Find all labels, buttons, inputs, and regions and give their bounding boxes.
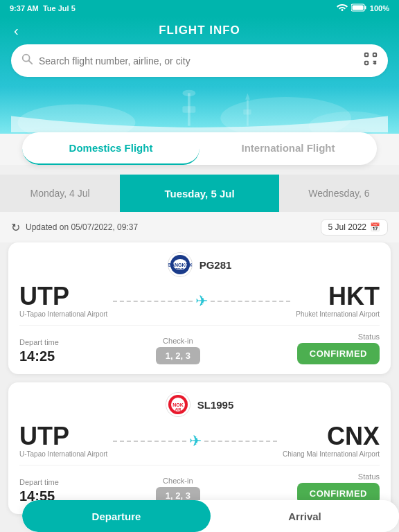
confirmed-button-0[interactable]: CONFIRMED	[297, 343, 380, 364]
page-title: FLIGHT INFO	[159, 24, 240, 37]
prev-date-button[interactable]: Monday, 4 Jul	[0, 175, 120, 212]
svg-text:BANGKOK: BANGKOK	[168, 263, 192, 267]
checkin-label-0: Check-in	[163, 337, 193, 345]
svg-rect-2	[352, 6, 363, 10]
status-bar: 9:37 AM Tue Jul 5 100%	[0, 0, 399, 17]
status-label-0: Status	[358, 332, 380, 341]
details-row-1: Depart time 14:55 Check-in 1, 2, 3 Statu…	[19, 465, 380, 504]
bottom-tab-bar: Departure Arrival	[22, 500, 399, 532]
origin-name-0: U-Tapao International Airport	[19, 310, 107, 318]
current-date-button[interactable]: Tuesday, 5 Jul	[120, 175, 279, 212]
flight-tabs: Domestics Flight International Flight	[22, 132, 377, 165]
svg-line-4	[28, 60, 32, 64]
status-time: 9:37 AM Tue Jul 5	[10, 4, 76, 12]
dest-name-0: Phuket International Airport	[296, 310, 380, 318]
update-bar: ↻ Updated on 05/07/2022, 09:37 5 Jul 202…	[0, 212, 399, 242]
flight-card-0[interactable]: BANGKOK AIRWAYS PG281 UTP U-Tapao Intern…	[8, 242, 391, 374]
airline-row-1: NOK AIR SL1995	[19, 392, 380, 417]
tab-international[interactable]: International Flight	[200, 132, 377, 165]
flight-number-0: PG281	[200, 259, 232, 271]
arrival-tab[interactable]: Arrival	[211, 500, 399, 532]
dest-code-0: HKT	[296, 284, 380, 309]
origin-name-1: U-Tapao International Airport	[19, 450, 107, 458]
svg-rect-16	[182, 106, 195, 112]
search-input[interactable]	[39, 55, 357, 66]
svg-rect-6	[373, 53, 377, 57]
route-line-0: ✈	[107, 292, 296, 310]
flights-list: BANGKOK AIRWAYS PG281 UTP U-Tapao Intern…	[0, 242, 399, 532]
plane-icon-0: ✈	[195, 292, 208, 310]
svg-point-15	[182, 90, 195, 96]
svg-rect-1	[364, 6, 366, 10]
svg-text:NOK: NOK	[172, 402, 184, 407]
calendar-icon: 📅	[370, 222, 380, 232]
airline-row-0: BANGKOK AIRWAYS PG281	[19, 252, 380, 277]
next-date-button[interactable]: Wednesday, 6	[279, 175, 399, 212]
depart-time-0: 14:25	[19, 348, 59, 364]
back-button[interactable]: ‹	[11, 20, 21, 42]
dest-name-1: Chiang Mai International Airport	[283, 450, 380, 458]
checkin-badge-0: 1, 2, 3	[156, 347, 200, 364]
battery-icon	[351, 3, 366, 13]
date-badge-text: 5 Jul 2022	[328, 222, 366, 232]
header: ‹ FLIGHT INFO	[0, 17, 399, 134]
svg-rect-19	[243, 109, 251, 115]
checkin-label-1: Check-in	[163, 477, 193, 485]
dest-code-1: CNX	[283, 424, 380, 449]
header-decoration	[11, 85, 388, 134]
svg-text:AIR: AIR	[175, 407, 181, 411]
date-filter-badge[interactable]: 5 Jul 2022 📅	[321, 219, 388, 236]
svg-text:AIRWAYS: AIRWAYS	[172, 267, 188, 272]
depart-label-1: Depart time	[19, 478, 59, 486]
plane-icon-1: ✈	[189, 432, 202, 450]
search-icon	[21, 53, 33, 69]
airline-logo-0: BANGKOK AIRWAYS	[168, 252, 193, 277]
tab-domestic[interactable]: Domestics Flight	[22, 132, 200, 165]
date-selector: Monday, 4 Jul Tuesday, 5 Jul Wednesday, …	[0, 175, 399, 212]
departure-tab[interactable]: Departure	[22, 500, 211, 532]
origin-code-1: UTP	[19, 424, 107, 449]
svg-rect-7	[365, 62, 369, 65]
flight-card-1[interactable]: NOK AIR SL1995 UTP U-Tapao International…	[8, 382, 391, 514]
origin-code-0: UTP	[19, 284, 107, 309]
flight-number-1: SL1995	[197, 399, 234, 411]
status-icons: 100%	[337, 3, 389, 13]
svg-marker-18	[245, 93, 250, 99]
details-row-0: Depart time 14:25 Check-in 1, 2, 3 Statu…	[19, 325, 380, 364]
depart-label-0: Depart time	[19, 338, 59, 346]
airline-logo-1: NOK AIR	[166, 392, 190, 417]
battery-percent: 100%	[370, 4, 389, 12]
search-bar	[11, 44, 388, 77]
refresh-icon[interactable]: ↻	[11, 221, 20, 234]
wifi-icon	[337, 3, 348, 13]
scan-icon[interactable]	[363, 51, 378, 70]
route-row-0: UTP U-Tapao International Airport ✈ HKT …	[19, 284, 380, 318]
update-text: Updated on 05/07/2022, 09:37	[26, 222, 138, 232]
route-line-1: ✈	[107, 432, 283, 450]
svg-rect-5	[365, 53, 369, 57]
status-label-1: Status	[358, 472, 380, 481]
route-row-1: UTP U-Tapao International Airport ✈ CNX …	[19, 424, 380, 458]
